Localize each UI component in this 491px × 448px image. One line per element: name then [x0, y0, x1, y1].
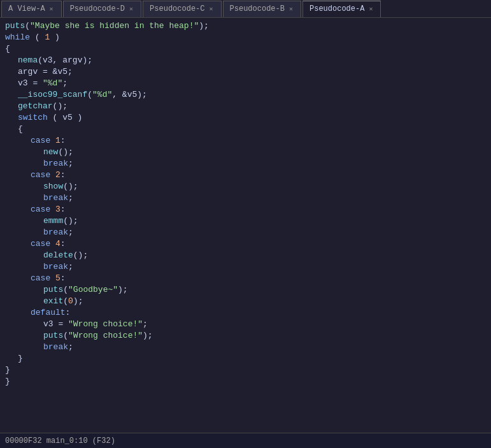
tab-label: Pseudocode-A: [310, 4, 364, 13]
code-line: exit(0);: [0, 296, 491, 307]
code-line: nema(v3, argv);: [0, 55, 491, 66]
tab-label: A View-A: [8, 4, 45, 13]
code-line: break;: [0, 342, 491, 353]
code-line: __isoc99_scanf("%d", &v5);: [0, 89, 491, 101]
code-line: default:: [0, 307, 491, 319]
code-line: delete();: [0, 250, 491, 261]
code-line: case 1:: [0, 135, 491, 147]
code-line: switch ( v5 ): [0, 112, 491, 124]
code-line: break;: [0, 261, 491, 273]
code-line: break;: [0, 158, 491, 170]
code-line: v3 = "Wrong choice!";: [0, 319, 491, 330]
code-line: case 4:: [0, 238, 491, 250]
close-icon[interactable]: ✕: [208, 5, 215, 13]
code-line: break;: [0, 227, 491, 238]
code-line: {: [0, 124, 491, 135]
code-line: }: [0, 376, 491, 387]
code-area: puts("Maybe she is hidden in the heap!")…: [0, 18, 491, 433]
tab-pseudocode-a[interactable]: Pseudocode-A ✕: [302, 1, 381, 17]
status-text: 00000F32 main_0:10 (F32): [5, 437, 115, 445]
code-line: case 3:: [0, 204, 491, 215]
tab-pseudocode-c[interactable]: Pseudocode-C ✕: [143, 1, 221, 17]
code-line: }: [0, 365, 491, 376]
code-line: puts("Maybe she is hidden in the heap!")…: [0, 20, 491, 32]
code-line: v3 = "%d";: [0, 78, 491, 89]
tab-label: Pseudocode-C: [150, 4, 204, 13]
tab-label: Pseudocode-B: [230, 4, 285, 13]
tab-pseudocode-d[interactable]: Pseudocode-D ✕: [63, 1, 141, 17]
code-line: emmm();: [0, 215, 491, 227]
code-line: new();: [0, 147, 491, 158]
code-line: case 2:: [0, 170, 491, 181]
tab-view-a[interactable]: A View-A ✕: [1, 1, 62, 17]
code-line: puts("Wrong choice!");: [0, 330, 491, 342]
code-line: }: [0, 353, 491, 365]
tab-pseudocode-b[interactable]: Pseudocode-B ✕: [223, 1, 301, 17]
close-icon[interactable]: ✕: [288, 5, 294, 13]
code-line: puts("Goodbye~");: [0, 284, 491, 296]
code-line: {: [0, 43, 491, 55]
code-line: show();: [0, 181, 491, 192]
tab-bar: A View-A ✕ Pseudocode-D ✕ Pseudocode-C ✕…: [0, 0, 491, 18]
status-bar: 00000F32 main_0:10 (F32): [0, 433, 491, 448]
code-line: while ( 1 ): [0, 32, 491, 43]
code-line: argv = &v5;: [0, 66, 491, 78]
close-icon[interactable]: ✕: [128, 5, 134, 13]
code-line: getchar();: [0, 101, 491, 112]
code-line: break;: [0, 192, 491, 204]
tab-label: Pseudocode-D: [70, 4, 125, 13]
close-icon[interactable]: ✕: [48, 5, 55, 13]
code-line: case 5:: [0, 273, 491, 284]
close-icon[interactable]: ✕: [367, 5, 374, 13]
